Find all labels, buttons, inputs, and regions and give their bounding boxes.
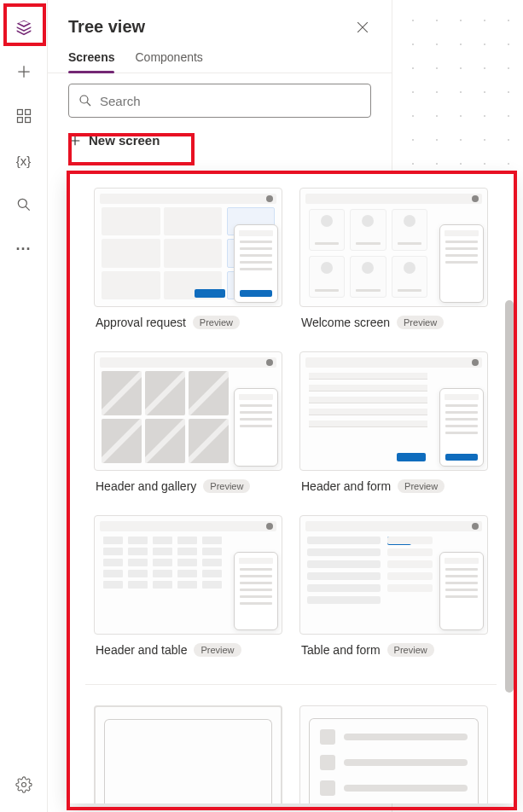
template-label: Welcome screen — [301, 316, 390, 329]
svg-point-5 — [21, 783, 26, 787]
svg-rect-3 — [25, 118, 30, 123]
template-label: Header and gallery — [96, 479, 196, 493]
template-label: Approval request — [96, 316, 186, 329]
search-icon — [78, 93, 93, 108]
tab-screens[interactable]: Screens — [68, 50, 114, 72]
new-screen-button[interactable]: New screen — [48, 128, 392, 156]
template-approval-request[interactable]: Approval request Preview — [94, 188, 282, 343]
template-header-and-gallery[interactable]: Header and gallery Preview — [94, 351, 282, 507]
close-icon[interactable] — [354, 19, 371, 36]
template-welcome-screen[interactable]: Welcome screen Preview — [299, 188, 488, 343]
data-icon[interactable] — [7, 99, 41, 133]
svg-rect-1 — [25, 110, 30, 115]
template-thumb — [299, 515, 488, 635]
preview-badge: Preview — [203, 479, 250, 493]
insert-icon[interactable] — [7, 55, 41, 89]
template-label: Header and form — [301, 479, 391, 493]
template-header-and-table[interactable]: Header and table Preview — [94, 515, 282, 670]
preview-badge: Preview — [387, 643, 434, 657]
template-label: Header and table — [96, 643, 187, 657]
preview-badge: Preview — [193, 316, 240, 329]
template-thumb — [299, 705, 488, 803]
new-screen-label: New screen — [89, 133, 160, 148]
svg-point-6 — [80, 96, 88, 103]
preview-badge: Preview — [194, 643, 241, 657]
svg-point-4 — [18, 199, 26, 207]
search-rail-icon[interactable] — [7, 188, 41, 222]
search-box[interactable] — [68, 84, 371, 118]
settings-icon[interactable] — [7, 768, 41, 802]
svg-rect-2 — [17, 118, 22, 123]
template-label: Table and form — [301, 643, 381, 657]
variables-icon[interactable]: {x} — [7, 143, 41, 177]
more-icon[interactable]: ··· — [7, 232, 41, 266]
left-rail: {x} ··· — [0, 0, 48, 812]
template-blank[interactable] — [94, 705, 282, 803]
template-thumb — [94, 705, 282, 803]
svg-rect-0 — [17, 110, 22, 115]
panel-title: Tree view — [68, 17, 145, 37]
tabs: Screens Components — [48, 37, 392, 73]
divider — [85, 684, 497, 685]
template-header-and-form[interactable]: Header and form Preview — [299, 351, 488, 507]
preview-badge: Preview — [398, 479, 445, 493]
tree-view-icon[interactable] — [7, 10, 41, 44]
search-input[interactable] — [100, 94, 362, 108]
tab-components[interactable]: Components — [135, 50, 202, 72]
template-thumb — [299, 188, 488, 307]
new-screen-dropdown: Approval request Preview Welcome screen … — [68, 172, 514, 803]
preview-badge: Preview — [397, 316, 444, 329]
template-thumb — [94, 515, 282, 635]
plus-icon — [68, 134, 82, 148]
scrollbar[interactable] — [505, 300, 514, 693]
template-thumb — [94, 188, 282, 307]
template-thumb — [94, 351, 282, 471]
template-table-and-form[interactable]: Table and form Preview — [299, 515, 488, 670]
template-thumb — [299, 351, 488, 471]
template-list[interactable] — [299, 705, 488, 803]
